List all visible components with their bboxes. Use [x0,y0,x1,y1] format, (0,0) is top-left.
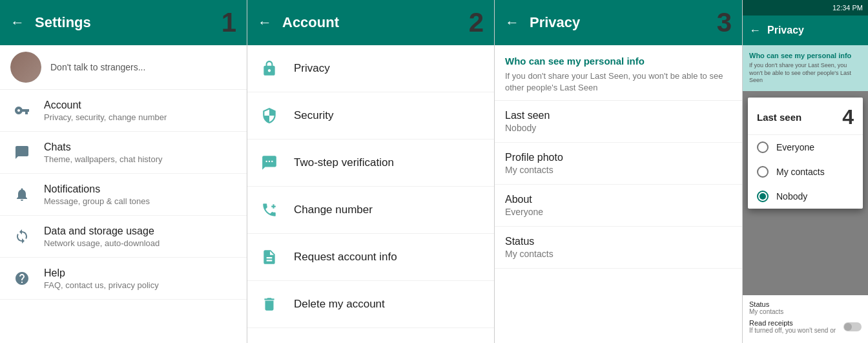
settings-number: 1 [222,7,236,38]
panel4-status-title: Status [749,300,862,308]
last-seen-label: Last seen [505,110,732,121]
mini-privacy-header: ← Privacy [743,16,868,45]
privacy-menu-label: Privacy [294,62,330,75]
lock-icon [258,57,281,80]
data-subtitle: Network usage, auto-download [44,238,160,248]
chats-subtitle: Theme, wallpapers, chat history [44,154,163,164]
delete-menu-label: Delete my account [294,298,385,311]
chats-label: Chats [44,141,163,153]
trash-icon [258,293,281,316]
privacy-info-section: Who can see my personal info If you don'… [495,45,742,101]
menu-item-privacy[interactable]: Privacy [247,45,494,92]
change-number-menu-label: Change number [294,203,373,216]
nobody-label: Nobody [776,191,807,202]
account-subtitle: Privacy, security, change number [44,112,167,122]
privacy-header: ← Privacy 3 [495,0,742,45]
mini-back-button[interactable]: ← [749,24,761,37]
profile-row[interactable]: Don't talk to strangers... [0,45,247,90]
about-label: About [505,194,732,205]
read-receipts-toggle[interactable] [843,322,862,331]
last-seen-dialog: Last seen 4 Everyone My contacts Nobody [748,98,863,209]
key-icon [10,99,34,122]
notifications-subtitle: Message, group & call tones [44,196,150,206]
privacy-number: 3 [717,7,732,38]
mini-info-title: Who can see my personal info [749,52,862,59]
radio-my-contacts [757,166,769,178]
status-label: Status [505,236,732,247]
settings-list: Account Privacy, security, change number… [0,90,247,343]
last-seen-value: Nobody [505,123,732,133]
profile-photo-value: My contacts [505,165,732,175]
account-title: Account [282,14,464,31]
bell-icon [10,183,34,206]
privacy-info-title: Who can see my personal info [505,56,732,67]
chat-icon [10,141,34,164]
menu-item-security[interactable]: Security [247,92,494,140]
dialog-option-nobody[interactable]: Nobody [748,184,863,209]
menu-item-two-step[interactable]: Two-step verification [247,140,494,187]
sidebar-item-data[interactable]: Data and storage usage Network usage, au… [0,216,247,258]
privacy-item-about[interactable]: About Everyone [495,185,742,227]
status-bar: 12:34 PM [743,0,868,16]
settings-header: ← Settings 1 [0,0,247,45]
dialog-panel: 12:34 PM ← Privacy Who can see my person… [743,0,868,343]
account-menu-list: Privacy Security Two-step verification C… [247,45,494,343]
status-bar-time: 12:34 PM [832,4,863,12]
help-label: Help [44,267,159,279]
dialog-title: Last seen [757,112,801,123]
privacy-item-profile-photo[interactable]: Profile photo My contacts [495,143,742,185]
doc-icon [258,245,281,269]
settings-title: Settings [35,14,216,31]
shield-icon [258,104,281,127]
account-label: Account [44,99,167,111]
dialog-option-my-contacts[interactable]: My contacts [748,160,863,184]
privacy-item-status[interactable]: Status My contacts [495,227,742,269]
dialog-number: 4 [842,105,854,129]
account-back-button[interactable]: ← [258,14,272,31]
radio-nobody [757,191,769,202]
menu-item-change-number[interactable]: Change number [247,187,494,234]
avatar [10,52,41,83]
panel4-status-value: My contacts [749,308,862,315]
privacy-list: Last seen Nobody Profile photo My contac… [495,101,742,343]
mini-header-title: Privacy [767,25,804,36]
menu-item-request-info[interactable]: Request account info [247,234,494,281]
privacy-item-last-seen[interactable]: Last seen Nobody [495,101,742,143]
phone-change-icon [258,198,281,222]
security-menu-label: Security [294,109,333,122]
panel4-status-item: Status My contacts [749,300,862,315]
profile-subtitle: Don't talk to strangers... [50,62,145,72]
settings-back-button[interactable]: ← [10,14,25,31]
mini-privacy-info: Who can see my personal info If you don'… [743,45,868,91]
dialog-header: Last seen 4 [748,98,863,135]
sidebar-item-account[interactable]: Account Privacy, security, change number [0,90,247,132]
privacy-info-text: If you don't share your Last Seen, you w… [505,70,732,94]
panel4-bottom-section: Status My contacts Read receipts If turn… [743,295,868,343]
panel4-read-receipts-item: Read receipts If turned off, you won't s… [749,319,862,334]
sidebar-item-notifications[interactable]: Notifications Message, group & call tone… [0,174,247,216]
account-panel: ← Account 2 Privacy Security Two-step ve… [247,0,495,343]
settings-panel: ← Settings 1 Don't talk to strangers... … [0,0,247,343]
sidebar-item-chats[interactable]: Chats Theme, wallpapers, chat history [0,132,247,174]
toggle-knob [844,323,852,331]
refresh-icon [10,225,34,248]
data-label: Data and storage usage [44,225,160,237]
read-receipts-text: If turned off, you won't send or [749,327,836,334]
two-step-menu-label: Two-step verification [294,156,394,169]
dialog-option-everyone[interactable]: Everyone [748,135,863,160]
help-icon [10,267,34,290]
everyone-label: Everyone [776,142,814,152]
dialog-overlay: Last seen 4 Everyone My contacts Nobody [743,91,868,295]
status-value: My contacts [505,249,732,259]
radio-nobody-fill [760,193,766,200]
sidebar-item-help[interactable]: Help FAQ, contact us, privacy policy [0,258,247,300]
account-number: 2 [469,7,484,38]
profile-photo-label: Profile photo [505,152,732,163]
radio-everyone [757,141,769,153]
request-info-menu-label: Request account info [294,251,397,264]
menu-item-delete[interactable]: Delete my account [247,281,494,328]
my-contacts-label: My contacts [776,167,825,177]
notifications-label: Notifications [44,183,150,195]
read-receipts-title: Read receipts [749,319,836,327]
privacy-back-button[interactable]: ← [505,14,519,31]
